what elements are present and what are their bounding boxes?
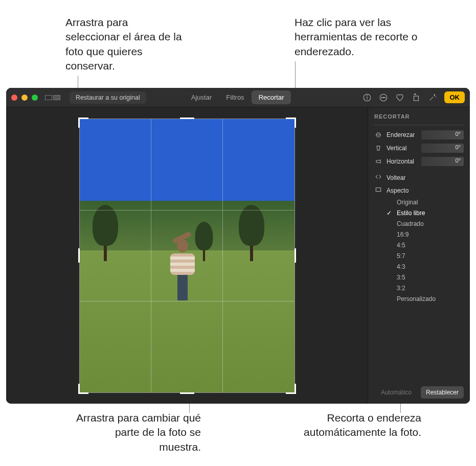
- callout-move-photo: Arrastra para cambiar qué parte de la fo…: [73, 411, 201, 454]
- crop-handle-bottom[interactable]: [180, 392, 194, 394]
- vertical-perspective-icon: [374, 144, 382, 152]
- divider: [374, 125, 464, 125]
- edit-mode-tabs: Ajustar Filtros Recortar: [184, 90, 291, 104]
- flip-icon: [374, 173, 382, 182]
- window-body: RECORTAR Enderezar 0° Vertical 0°: [6, 107, 470, 404]
- aspect-original-label: Original: [397, 199, 418, 206]
- horizontal-perspective-icon: [374, 157, 382, 166]
- straighten-value: 0°: [455, 131, 461, 137]
- aspect-16-9[interactable]: 16:9: [387, 231, 464, 238]
- aspect-square[interactable]: Cuadrado: [387, 220, 464, 227]
- horizontal-slider[interactable]: Horizontal 0°: [374, 157, 464, 166]
- aspect-label: Aspecto: [387, 187, 409, 194]
- favorite-icon[interactable]: [395, 93, 404, 102]
- more-icon[interactable]: [379, 93, 388, 102]
- straighten-label: Enderezar: [387, 131, 417, 138]
- photos-edit-window: Restaurar a su original Ajustar Filtros …: [6, 88, 470, 404]
- vertical-value: 0°: [455, 144, 461, 150]
- aspect-square-label: Cuadrado: [397, 220, 424, 227]
- window-controls: [11, 95, 38, 101]
- crop-frame[interactable]: [80, 119, 294, 392]
- aspect-icon: [374, 186, 382, 195]
- aspect-16-9-label: 16:9: [397, 231, 409, 238]
- crop-canvas[interactable]: [6, 107, 368, 404]
- svg-point-2: [367, 95, 368, 96]
- enhance-icon[interactable]: [428, 93, 437, 102]
- horizontal-label: Horizontal: [387, 158, 417, 165]
- vertical-slider[interactable]: Vertical 0°: [374, 144, 464, 153]
- info-icon[interactable]: [362, 93, 372, 102]
- tab-crop[interactable]: Recortar: [252, 90, 291, 104]
- rotate-icon[interactable]: [412, 93, 421, 102]
- straighten-icon: [374, 131, 382, 139]
- aspect-3-2[interactable]: 3:2: [387, 285, 464, 292]
- fullscreen-window-button[interactable]: [32, 95, 38, 101]
- toolbar-right: OK: [362, 91, 465, 103]
- sidebar-toggle[interactable]: [45, 95, 60, 100]
- crop-handle-br[interactable]: [286, 384, 296, 394]
- flip-label: Voltear: [387, 174, 405, 181]
- crop-handle-right[interactable]: [294, 248, 296, 263]
- callout-crop-tools: Haz clic para ver las herramientas de re…: [294, 15, 427, 59]
- done-button[interactable]: OK: [444, 91, 465, 103]
- restore-original-button[interactable]: Restaurar a su original: [70, 91, 146, 104]
- aspect-custom-label: Personalizado: [397, 295, 436, 302]
- checkmark-icon: ✓: [387, 209, 393, 217]
- svg-point-5: [383, 97, 384, 98]
- minimize-window-button[interactable]: [21, 95, 28, 101]
- sidebar-footer: Automático Restablecer: [374, 386, 464, 399]
- aspect-section[interactable]: Aspecto: [374, 186, 464, 195]
- aspect-freeform[interactable]: ✓Estilo libre: [387, 209, 464, 217]
- aspect-4-5[interactable]: 4:5: [387, 242, 464, 249]
- photo-preview[interactable]: [80, 119, 294, 392]
- aspect-3-5-label: 3:5: [397, 274, 405, 281]
- crop-handle-left[interactable]: [78, 248, 80, 263]
- aspect-freeform-label: Estilo libre: [397, 209, 425, 217]
- svg-rect-7: [414, 96, 419, 101]
- flip-button[interactable]: Voltear: [374, 173, 464, 182]
- aspect-5-7-label: 5:7: [397, 252, 405, 260]
- crop-handle-tl[interactable]: [78, 118, 88, 128]
- svg-rect-10: [376, 188, 380, 192]
- crop-handle-tr[interactable]: [286, 118, 296, 128]
- aspect-3-2-label: 3:2: [397, 285, 405, 292]
- aspect-3-5[interactable]: 3:5: [387, 274, 464, 281]
- titlebar: Restaurar a su original Ajustar Filtros …: [6, 88, 470, 107]
- reset-button[interactable]: Restablecer: [421, 386, 464, 399]
- aspect-options: Original ✓Estilo libre Cuadrado 16:9 4:5…: [387, 199, 464, 302]
- sidebar-title: RECORTAR: [374, 113, 464, 120]
- crop-sidebar: RECORTAR Enderezar 0° Vertical 0°: [368, 107, 470, 404]
- straighten-slider[interactable]: Enderezar 0°: [374, 130, 464, 139]
- crop-handle-top[interactable]: [180, 118, 194, 119]
- aspect-original[interactable]: Original: [387, 199, 464, 206]
- callout-auto-crop: Recorta o endereza automáticamente la fo…: [288, 411, 421, 440]
- aspect-4-3[interactable]: 4:3: [387, 263, 464, 270]
- svg-point-4: [382, 97, 383, 98]
- aspect-5-7[interactable]: 5:7: [387, 252, 464, 260]
- crop-handle-bl[interactable]: [78, 384, 88, 394]
- horizontal-value: 0°: [455, 157, 461, 164]
- tab-adjust[interactable]: Ajustar: [184, 90, 219, 104]
- close-window-button[interactable]: [11, 95, 17, 101]
- tab-filters[interactable]: Filtros: [219, 90, 251, 104]
- callout-crop-drag: Arrastra para seleccionar el área de la …: [65, 15, 183, 73]
- svg-point-6: [385, 97, 386, 98]
- auto-crop-button[interactable]: Automático: [376, 386, 417, 399]
- aspect-4-3-label: 4:3: [397, 263, 405, 270]
- photo-subject: [169, 239, 196, 306]
- aspect-4-5-label: 4:5: [397, 242, 405, 249]
- vertical-label: Vertical: [387, 145, 417, 152]
- aspect-custom[interactable]: Personalizado: [387, 295, 464, 302]
